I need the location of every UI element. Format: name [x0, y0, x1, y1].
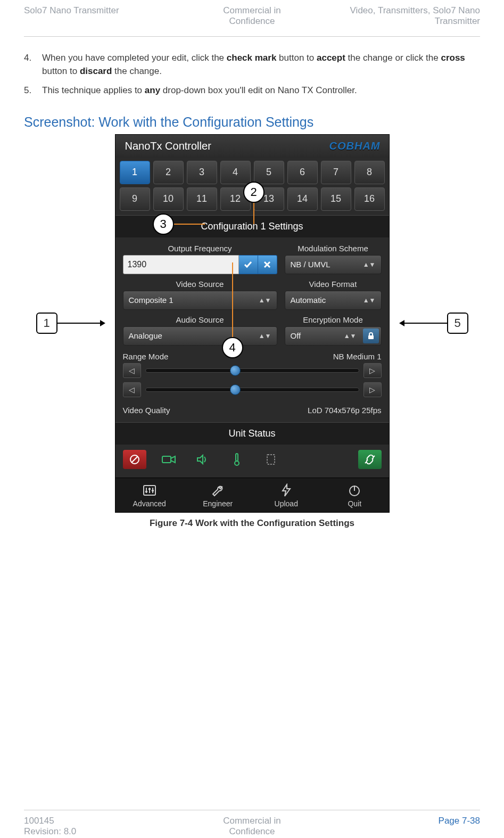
preset-5[interactable]: 5 — [254, 161, 284, 184]
step-5: 5. This technique applies to any drop-do… — [24, 84, 480, 97]
svg-rect-19 — [152, 490, 154, 491]
range-mode-label: Range Mode — [123, 352, 169, 361]
callout-5: 5 — [447, 313, 468, 334]
arrow-left-icon — [399, 318, 447, 328]
bolt-icon — [278, 483, 294, 497]
nav-engineer[interactable]: Engineer — [184, 478, 252, 512]
brand-logo: COBHAM — [329, 140, 381, 152]
preset-8[interactable]: 8 — [354, 161, 385, 184]
lock-icon — [363, 328, 379, 343]
discard-button[interactable] — [258, 255, 277, 274]
nav-quit[interactable]: Quit — [320, 478, 389, 512]
svg-line-6 — [131, 456, 138, 463]
callout-2: 2 — [243, 182, 265, 203]
updown-icon: ▲▼ — [259, 297, 271, 304]
nanotx-app: 2 3 4 NanoTx Controller COBHAM 1 2 3 4 5… — [115, 134, 390, 513]
updown-icon: ▲▼ — [363, 297, 376, 304]
video-source-dropdown[interactable]: Composite 1 ▲▼ — [123, 291, 277, 310]
encryption-mode-dropdown[interactable]: Off ▲▼ — [285, 326, 382, 346]
unit-status-title: Unit Status — [115, 422, 389, 445]
page-header: Solo7 Nano Transmitter Commercial in Con… — [24, 0, 480, 37]
status-link-icon — [358, 450, 382, 469]
check-icon — [243, 260, 253, 269]
callout-4-line — [232, 262, 233, 338]
preset-9[interactable]: 9 — [120, 187, 150, 211]
preset-14[interactable]: 14 — [287, 187, 318, 211]
callout-2-line — [253, 202, 254, 224]
slider-left-button[interactable]: ◁ — [123, 363, 141, 378]
status-audio-icon — [191, 450, 214, 469]
svg-rect-17 — [145, 491, 147, 492]
output-freq-label: Output Frequency — [123, 244, 277, 253]
power-icon — [346, 483, 362, 497]
status-bar — [115, 445, 389, 478]
svg-marker-9 — [197, 455, 203, 464]
figure-caption: Figure 7-4 Work with the Configuration S… — [24, 518, 480, 529]
range-slider-2: ◁ ▷ — [115, 381, 389, 400]
modulation-scheme-label: Modulation Scheme — [285, 244, 382, 253]
audio-source-label: Audio Source — [123, 315, 277, 324]
modulation-scheme-dropdown[interactable]: NB / UMVL ▲▼ — [285, 255, 382, 274]
status-card-icon — [259, 450, 283, 469]
nav-advanced[interactable]: Advanced — [115, 478, 184, 512]
slider-thumb[interactable] — [230, 365, 241, 376]
preset-15[interactable]: 15 — [321, 187, 351, 211]
svg-rect-10 — [236, 454, 238, 461]
header-center: Commercial in Confidence — [176, 5, 328, 27]
callout-1: 1 — [36, 313, 57, 334]
encryption-mode-label: Encryption Mode — [285, 315, 382, 324]
step-list: 4. When you have completed your edit, cl… — [24, 52, 480, 97]
arrow-right-icon — [57, 318, 105, 328]
app-titlebar: NanoTx Controller COBHAM — [115, 135, 389, 158]
section-heading: Screenshot: Work with the Configuration … — [24, 114, 480, 130]
preset-2[interactable]: 2 — [153, 161, 184, 184]
bottom-nav: Advanced Engineer Upload Quit — [115, 478, 389, 512]
slider-track[interactable] — [145, 388, 359, 392]
status-camera-icon — [157, 450, 180, 469]
updown-icon: ▲▼ — [259, 332, 271, 340]
preset-1[interactable]: 1 — [120, 161, 150, 184]
cross-icon — [263, 260, 271, 269]
svg-marker-24 — [399, 320, 404, 326]
header-right: Video, Transmitters, Solo7 Nano Transmit… — [328, 5, 480, 27]
video-source-label: Video Source — [123, 280, 277, 289]
preset-3[interactable]: 3 — [187, 161, 217, 184]
svg-marker-8 — [171, 456, 175, 463]
header-left: Solo7 Nano Transmitter — [24, 5, 176, 27]
figure: 1 2 3 4 NanoTx Controller COBHAM 1 2 — [24, 134, 480, 529]
callout-3: 3 — [153, 213, 174, 235]
accept-button[interactable] — [239, 255, 258, 274]
slider-left-button[interactable]: ◁ — [123, 382, 141, 397]
audio-source-dropdown[interactable]: Analogue ▲▼ — [123, 326, 277, 346]
preset-11[interactable]: 11 — [187, 187, 217, 211]
video-quality-label: Video Quality — [123, 406, 170, 415]
slider-track[interactable] — [145, 368, 359, 373]
footer-center: Commercial in Confidence — [176, 816, 328, 837]
callout-3-line — [173, 224, 205, 225]
range-mode-value: NB Medium 1 — [333, 352, 382, 361]
svg-rect-18 — [148, 488, 151, 490]
svg-rect-4 — [368, 335, 374, 339]
preset-16[interactable]: 16 — [354, 187, 385, 211]
status-disabled-icon — [123, 450, 146, 469]
svg-rect-12 — [267, 455, 275, 464]
updown-icon: ▲▼ — [363, 261, 376, 268]
slider-thumb[interactable] — [230, 384, 241, 395]
video-quality-value: LoD 704x576p 25fps — [308, 406, 381, 415]
video-format-dropdown[interactable]: Automatic ▲▼ — [285, 291, 382, 310]
status-temp-icon — [225, 450, 249, 469]
slider-right-button[interactable]: ▷ — [363, 382, 382, 397]
sliders-icon — [142, 483, 158, 497]
preset-10[interactable]: 10 — [153, 187, 184, 211]
output-freq-input[interactable] — [123, 255, 239, 274]
footer-left: 100145 Revision: 8.0 — [24, 816, 176, 837]
range-slider-1: ◁ ▷ — [115, 362, 389, 381]
svg-point-11 — [235, 461, 239, 465]
nav-upload[interactable]: Upload — [252, 478, 321, 512]
preset-6[interactable]: 6 — [287, 161, 318, 184]
slider-right-button[interactable]: ▷ — [363, 363, 382, 378]
preset-7[interactable]: 7 — [321, 161, 351, 184]
preset-4[interactable]: 4 — [220, 161, 251, 184]
updown-icon: ▲▼ — [344, 332, 357, 340]
footer-right: Page 7-38 — [328, 816, 480, 837]
